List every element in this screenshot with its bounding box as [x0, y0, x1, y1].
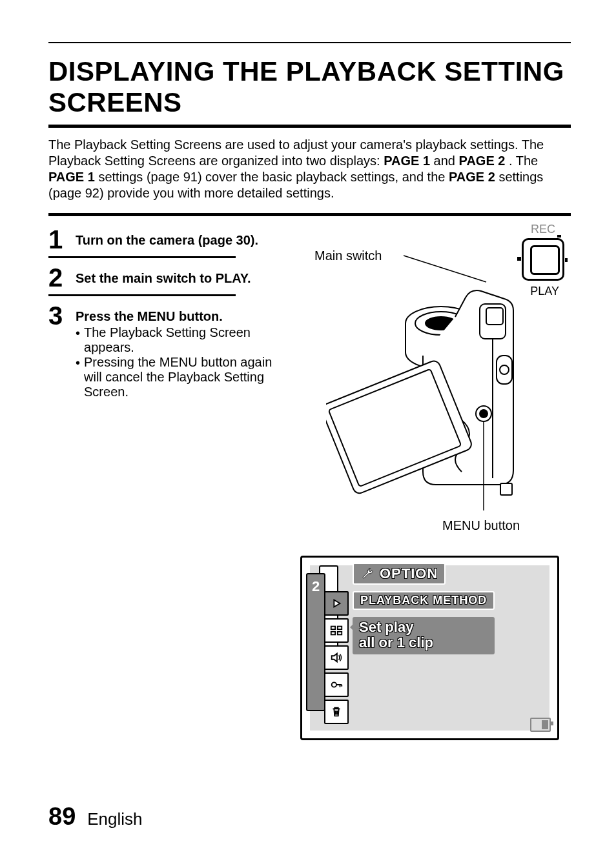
speaker-icon [329, 651, 344, 665]
intro-page2: PAGE 2 [459, 154, 506, 168]
svg-point-20 [332, 682, 336, 687]
svg-rect-6 [486, 308, 503, 325]
battery-icon [530, 718, 551, 732]
intro-paragraph: The Playback Setting Screens are used to… [48, 137, 571, 201]
help-tooltip: Set play all or 1 clip [353, 617, 495, 654]
step-3-title: Press the MENU button. [76, 309, 287, 324]
tab-number: 2 [312, 578, 320, 595]
svg-marker-15 [334, 600, 340, 607]
playback-method-label: PLAYBACK METHOD [353, 591, 495, 610]
step-1: 1 Turn on the camera (page 30). [48, 227, 287, 252]
wrench-icon [360, 567, 375, 581]
step-3: 3 Press the MENU button. The Playback Se… [48, 303, 287, 399]
intro-text: settings (page 91) cover the basic playb… [98, 170, 449, 184]
step-3-bullet-1: The Playback Setting Screen appears. [84, 325, 287, 355]
option-header: OPTION [353, 563, 446, 585]
menu-button-label: MENU button [442, 518, 520, 533]
step-number: 2 [48, 265, 76, 290]
menu-item-thumbnails[interactable] [324, 618, 349, 643]
svg-point-10 [480, 410, 488, 418]
intro-page1: PAGE 1 [384, 154, 430, 168]
step-2-title: Set the main switch to PLAY. [76, 271, 287, 286]
language-label: English [87, 809, 142, 829]
menu-item-volume[interactable] [324, 645, 349, 670]
menu-item-delete[interactable] [324, 700, 349, 724]
intro-text: . The [509, 154, 538, 168]
step-2: 2 Set the main switch to PLAY. [48, 265, 287, 290]
menu-item-playback-method[interactable] [324, 591, 349, 616]
svg-point-8 [500, 365, 509, 374]
trash-icon [329, 705, 344, 719]
svg-rect-11 [500, 483, 512, 495]
camera-illustration [326, 227, 559, 510]
step-3-bullet-2: Pressing the MENU button again will canc… [84, 355, 287, 399]
svg-rect-18 [331, 632, 335, 635]
method-text: PLAYBACK METHOD [360, 594, 487, 607]
intro-page1b: PAGE 1 [48, 170, 95, 184]
svg-rect-16 [331, 627, 335, 630]
lcd-screen: 1 2 OPTION [300, 556, 559, 740]
page-title: DISPLAYING THE PLAYBACK SETTING SCREENS [48, 56, 571, 118]
page-number: 89 [48, 803, 76, 831]
option-text: OPTION [380, 565, 438, 582]
menu-item-protect[interactable] [324, 672, 349, 697]
play-icon [329, 596, 344, 611]
grid-icon [329, 623, 344, 638]
page-tab-2[interactable]: 2 [306, 573, 325, 711]
step-number: 3 [48, 303, 76, 328]
step-1-title: Turn on the camera (page 30). [76, 233, 287, 248]
intro-page2b: PAGE 2 [449, 170, 495, 184]
svg-rect-17 [338, 627, 342, 630]
help-line-2: all or 1 clip [359, 635, 488, 651]
intro-text: and [434, 154, 459, 168]
svg-line-0 [404, 256, 486, 282]
svg-rect-19 [338, 632, 342, 635]
help-line-1: Set play [359, 620, 488, 635]
key-icon [329, 678, 344, 692]
step-number: 1 [48, 227, 76, 252]
